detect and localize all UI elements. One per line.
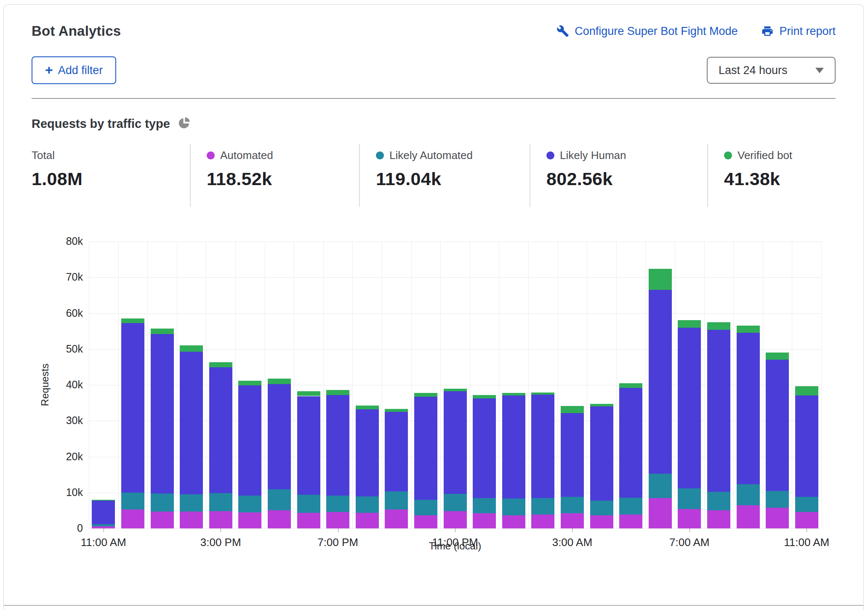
bar-segment-likely_automated[interactable] <box>707 492 730 510</box>
bar-segment-verified_bot[interactable] <box>180 345 203 352</box>
bar-segment-likely_automated[interactable] <box>795 497 818 512</box>
bar-segment-automated[interactable] <box>502 515 525 528</box>
bar-segment-likely_human[interactable] <box>678 328 701 488</box>
bar-segment-automated[interactable] <box>444 511 467 528</box>
bar-segment-automated[interactable] <box>766 508 789 528</box>
bar-segment-likely_automated[interactable] <box>297 495 320 513</box>
bar-segment-likely_human[interactable] <box>238 385 261 496</box>
bar-segment-likely_automated[interactable] <box>414 500 437 515</box>
configure-super-bot-fight-mode-link[interactable]: Configure Super Bot Fight Mode <box>556 25 738 38</box>
bar-segment-likely_automated[interactable] <box>649 474 672 498</box>
bar-segment-likely_automated[interactable] <box>737 484 760 505</box>
bar-segment-likely_automated[interactable] <box>385 491 408 509</box>
bar-segment-likely_human[interactable] <box>444 391 467 494</box>
bar-segment-verified_bot[interactable] <box>326 390 349 395</box>
bar-segment-likely_human[interactable] <box>531 395 554 498</box>
bar-segment-automated[interactable] <box>385 509 408 528</box>
bar-segment-automated[interactable] <box>531 515 554 528</box>
bar-segment-likely_automated[interactable] <box>531 498 554 515</box>
bar-segment-verified_bot[interactable] <box>356 406 379 409</box>
bar-segment-likely_automated[interactable] <box>326 496 349 512</box>
bar-segment-likely_automated[interactable] <box>678 488 701 509</box>
bar-segment-verified_bot[interactable] <box>502 393 525 395</box>
bar-segment-verified_bot[interactable] <box>297 391 320 396</box>
bar-segment-verified_bot[interactable] <box>414 393 437 397</box>
bar-segment-likely_human[interactable] <box>151 334 174 493</box>
bar-segment-likely_human[interactable] <box>414 397 437 500</box>
bar-segment-likely_automated[interactable] <box>268 489 291 510</box>
bar-segment-verified_bot[interactable] <box>121 318 144 323</box>
bar-segment-verified_bot[interactable] <box>444 389 467 391</box>
bar-segment-likely_automated[interactable] <box>444 494 467 511</box>
add-filter-button[interactable]: + Add filter <box>32 56 116 84</box>
bar-segment-likely_human[interactable] <box>326 395 349 496</box>
bar-segment-automated[interactable] <box>268 510 291 529</box>
bar-segment-likely_human[interactable] <box>707 330 730 492</box>
bar-segment-verified_bot[interactable] <box>795 386 818 395</box>
bar-segment-likely_human[interactable] <box>619 388 642 498</box>
bar-segment-likely_human[interactable] <box>92 501 115 524</box>
bar-segment-verified_bot[interactable] <box>561 406 584 413</box>
bar-segment-verified_bot[interactable] <box>531 393 554 395</box>
bar-segment-automated[interactable] <box>707 510 730 528</box>
bar-segment-automated[interactable] <box>619 515 642 528</box>
bar-segment-likely_human[interactable] <box>268 384 291 489</box>
bar-segment-automated[interactable] <box>561 513 584 528</box>
bar-segment-verified_bot[interactable] <box>678 320 701 328</box>
bar-segment-automated[interactable] <box>238 512 261 528</box>
bar-segment-automated[interactable] <box>297 513 320 528</box>
bar-segment-verified_bot[interactable] <box>385 409 408 412</box>
bar-segment-likely_human[interactable] <box>649 290 672 474</box>
time-range-select[interactable]: Last 24 hours <box>707 57 836 84</box>
bar-segment-verified_bot[interactable] <box>737 326 760 332</box>
bar-segment-verified_bot[interactable] <box>209 362 232 367</box>
bar-segment-likely_automated[interactable] <box>151 493 174 512</box>
bar-segment-likely_human[interactable] <box>121 323 144 493</box>
bar-segment-automated[interactable] <box>180 512 203 528</box>
bar-segment-likely_automated[interactable] <box>209 493 232 512</box>
bar-segment-automated[interactable] <box>678 509 701 528</box>
bar-segment-automated[interactable] <box>356 513 379 529</box>
bar-segment-likely_automated[interactable] <box>590 501 613 515</box>
bar-segment-likely_human[interactable] <box>737 333 760 485</box>
bar-segment-verified_bot[interactable] <box>766 353 789 360</box>
bar-segment-likely_human[interactable] <box>590 406 613 500</box>
bar-segment-likely_human[interactable] <box>385 412 408 491</box>
bar-segment-automated[interactable] <box>649 498 672 529</box>
bar-segment-verified_bot[interactable] <box>707 322 730 330</box>
bar-segment-likely_automated[interactable] <box>92 524 115 526</box>
bar-segment-likely_human[interactable] <box>502 395 525 499</box>
bar-segment-likely_automated[interactable] <box>356 496 379 512</box>
bar-segment-likely_automated[interactable] <box>502 499 525 515</box>
bar-segment-verified_bot[interactable] <box>92 500 115 501</box>
bar-segment-automated[interactable] <box>795 512 818 528</box>
bar-segment-verified_bot[interactable] <box>151 329 174 334</box>
bar-segment-automated[interactable] <box>121 509 144 528</box>
print-report-link[interactable]: Print report <box>761 25 836 38</box>
bar-segment-likely_human[interactable] <box>473 398 496 498</box>
bar-segment-likely_human[interactable] <box>766 360 789 491</box>
bar-segment-verified_bot[interactable] <box>619 383 642 388</box>
bar-segment-automated[interactable] <box>473 513 496 528</box>
bar-segment-likely_human[interactable] <box>180 352 203 494</box>
bar-segment-likely_automated[interactable] <box>561 497 584 513</box>
bar-segment-likely_automated[interactable] <box>766 491 789 508</box>
bar-segment-verified_bot[interactable] <box>238 381 261 385</box>
bar-segment-automated[interactable] <box>151 512 174 528</box>
bar-segment-automated[interactable] <box>209 511 232 528</box>
bar-segment-verified_bot[interactable] <box>649 269 672 290</box>
bar-segment-likely_automated[interactable] <box>180 494 203 512</box>
bar-segment-likely_automated[interactable] <box>473 498 496 514</box>
bar-segment-likely_human[interactable] <box>795 395 818 497</box>
bar-segment-likely_automated[interactable] <box>121 493 144 509</box>
bar-segment-automated[interactable] <box>414 515 437 529</box>
bar-segment-automated[interactable] <box>737 505 760 528</box>
bar-segment-verified_bot[interactable] <box>473 395 496 399</box>
bar-segment-automated[interactable] <box>326 512 349 528</box>
bar-segment-likely_human[interactable] <box>356 409 379 496</box>
bar-segment-likely_human[interactable] <box>297 396 320 495</box>
bar-segment-likely_automated[interactable] <box>619 498 642 515</box>
bar-segment-verified_bot[interactable] <box>268 379 291 385</box>
bar-segment-likely_human[interactable] <box>561 413 584 497</box>
bar-segment-likely_human[interactable] <box>209 367 232 493</box>
